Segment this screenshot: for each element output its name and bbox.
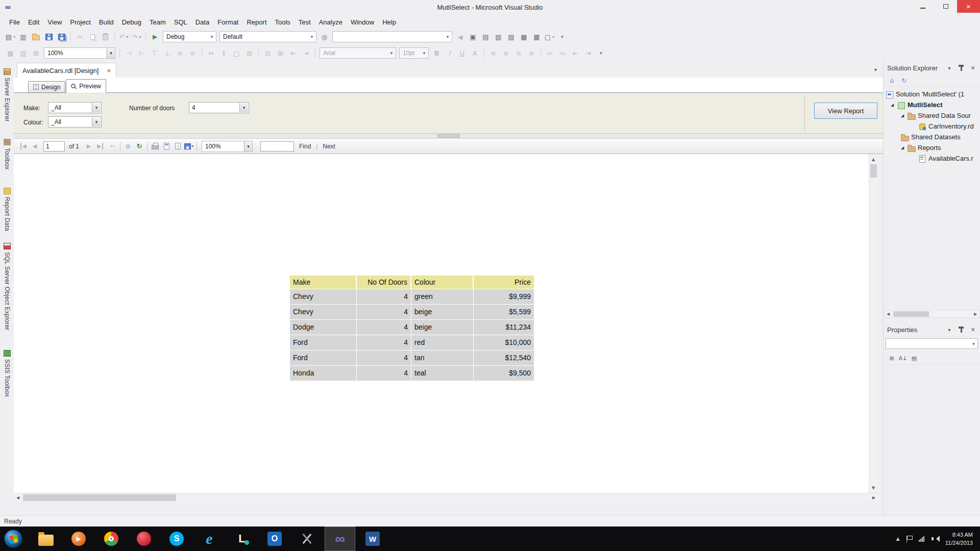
viewer-action-button[interactable] <box>120 142 120 151</box>
taskbar-item[interactable]: O <box>259 527 290 551</box>
menu-item[interactable]: Report <box>242 15 271 29</box>
toolbar-icon[interactable]: ⊣ <box>123 47 135 59</box>
toolbar-icon[interactable]: ≕ <box>557 47 569 59</box>
toolbar-icon[interactable]: ⊞ <box>30 47 42 59</box>
toolbar-icon[interactable]: ↕ <box>218 47 230 59</box>
viewer-nav-button[interactable]: ▶ <box>83 141 94 152</box>
menu-item[interactable]: Test <box>295 15 315 29</box>
toolbar-icon[interactable] <box>145 32 146 41</box>
solution-platform-combobox[interactable]: Default <box>219 31 316 42</box>
designer-zoom-combobox[interactable]: 100% <box>44 47 115 59</box>
toolbar-icon[interactable]: U <box>456 47 468 59</box>
tab-list-chevron-icon[interactable]: ▾ <box>874 67 877 72</box>
network-icon[interactable] <box>919 536 925 542</box>
toolbar-icon[interactable]: ▥ <box>17 47 29 59</box>
solution-explorer-toolbar-icon[interactable]: ⌂ <box>887 76 897 86</box>
report-horizontal-scrollbar[interactable] <box>14 493 878 502</box>
toolbar-icon[interactable]: ▤ <box>5 31 16 43</box>
menu-item[interactable]: Analyze <box>315 15 347 29</box>
chevron-down-icon[interactable] <box>946 326 953 333</box>
taskbar-item[interactable]: W <box>357 527 388 551</box>
properties-toolbar-icon[interactable]: ▤ <box>909 354 919 364</box>
taskbar-item[interactable]: ∞ <box>325 527 355 551</box>
solution-explorer-hscrollbar[interactable] <box>884 310 980 318</box>
toolbar-icon[interactable] <box>100 31 111 43</box>
menu-item[interactable]: View <box>43 15 66 29</box>
chevron-down-icon[interactable] <box>946 64 953 71</box>
toolbar-icon[interactable]: ▤ <box>480 31 492 43</box>
scroll-right-icon[interactable] <box>971 310 979 318</box>
dock-tab[interactable]: Toolbox <box>0 139 14 170</box>
menu-item[interactable]: Debug <box>118 15 145 29</box>
toolbar-icon[interactable]: ⊤ <box>149 47 160 59</box>
toolbar-icon[interactable]: ⇤ <box>287 47 299 59</box>
viewer-action-button[interactable]: ↩ <box>107 141 118 152</box>
expand-arrow-icon[interactable] <box>901 113 908 118</box>
viewer-zoom-combobox[interactable]: 100% <box>202 141 253 152</box>
dock-tab[interactable]: Report Data <box>0 188 14 231</box>
viewer-action-button[interactable] <box>172 141 183 152</box>
menu-item[interactable]: Format <box>213 15 242 29</box>
viewer-action-button[interactable] <box>197 142 197 151</box>
toolbar-icon[interactable]: ▢ <box>544 31 555 43</box>
toolbar-icon[interactable]: ▦ <box>531 31 543 43</box>
tree-item[interactable]: Shared Datasets <box>884 132 980 142</box>
toolbar-icon[interactable]: ⊢ <box>136 47 148 59</box>
toolbar-icon[interactable]: ⊞ <box>275 47 286 59</box>
taskbar-item[interactable]: L <box>227 527 257 551</box>
tab-preview[interactable]: Preview <box>66 79 106 93</box>
toolbar-icon[interactable] <box>87 31 99 43</box>
toolbar-icon[interactable]: ▨ <box>505 31 517 43</box>
scroll-left-icon[interactable] <box>14 494 22 502</box>
menu-item[interactable]: Team <box>145 15 170 29</box>
scrollbar-thumb[interactable] <box>870 164 877 178</box>
toolbar-icon[interactable] <box>56 31 67 43</box>
menu-item[interactable]: Build <box>95 15 118 29</box>
dock-tab[interactable]: SQL Server Object Explorer <box>0 243 14 330</box>
toolbar-overflow-button[interactable]: ▾ <box>556 31 568 43</box>
toolbar-icon[interactable]: ⇥ <box>300 47 312 59</box>
tab-design[interactable]: Design <box>28 81 65 93</box>
dock-tab[interactable]: Server Explorer <box>0 68 14 121</box>
tab-close-icon[interactable]: × <box>105 67 113 74</box>
menu-item[interactable]: File <box>5 15 24 29</box>
menu-item[interactable]: Edit <box>24 15 43 29</box>
toolbar-icon[interactable]: ↷ <box>131 31 142 43</box>
start-button[interactable] <box>4 530 22 548</box>
menu-item[interactable]: Help <box>378 15 400 29</box>
viewer-action-button[interactable]: ↻ <box>134 141 145 152</box>
toolbar-icon[interactable]: ⊟ <box>262 47 274 59</box>
toolbar-icon[interactable]: ▧ <box>493 31 504 43</box>
toolbar-icon[interactable]: I <box>444 47 455 59</box>
tree-item[interactable]: CarInventory.rd <box>884 121 980 132</box>
volume-icon[interactable] <box>932 536 939 542</box>
toolbar-icon[interactable] <box>43 31 55 43</box>
toolbar-icon[interactable] <box>70 32 71 41</box>
scrollbar-thumb[interactable] <box>23 494 176 501</box>
toolbar-icon[interactable]: ↔ <box>205 47 217 59</box>
tree-item[interactable]: AvailableCars.r <box>884 153 980 164</box>
scroll-right-icon[interactable] <box>870 494 878 502</box>
toolbar-icon[interactable]: ⇥ <box>582 47 594 59</box>
toolbar-icon[interactable]: ◀ <box>454 31 466 43</box>
action-center-flag-icon[interactable] <box>906 536 912 542</box>
tray-expand-icon[interactable]: ▲ <box>896 536 900 541</box>
properties-object-combobox[interactable] <box>886 338 978 349</box>
expand-arrow-icon[interactable] <box>891 103 897 107</box>
viewer-nav-button[interactable]: ◀ <box>29 141 40 152</box>
font-size-combobox[interactable]: 10pt <box>399 47 429 59</box>
tree-item[interactable]: Reports <box>884 142 980 153</box>
next-button[interactable]: Next <box>323 143 335 150</box>
debug-configuration-combobox[interactable]: Debug <box>163 31 216 42</box>
toolbar-icon[interactable] <box>30 31 42 43</box>
menu-item[interactable]: Data <box>191 15 213 29</box>
find-button[interactable]: Find <box>299 143 311 150</box>
expand-arrow-icon[interactable] <box>901 145 908 150</box>
report-vertical-scrollbar[interactable] <box>869 154 878 493</box>
toolbar-icon[interactable]: ▩ <box>518 31 530 43</box>
document-tab[interactable]: AvailableCars.rdl [Design] × <box>17 63 116 78</box>
tree-item[interactable]: Shared Data Sour <box>884 110 980 121</box>
scroll-left-icon[interactable] <box>884 310 892 318</box>
make-combobox[interactable]: _All <box>48 102 102 113</box>
toolbar-icon[interactable]: ≡ <box>487 47 499 59</box>
